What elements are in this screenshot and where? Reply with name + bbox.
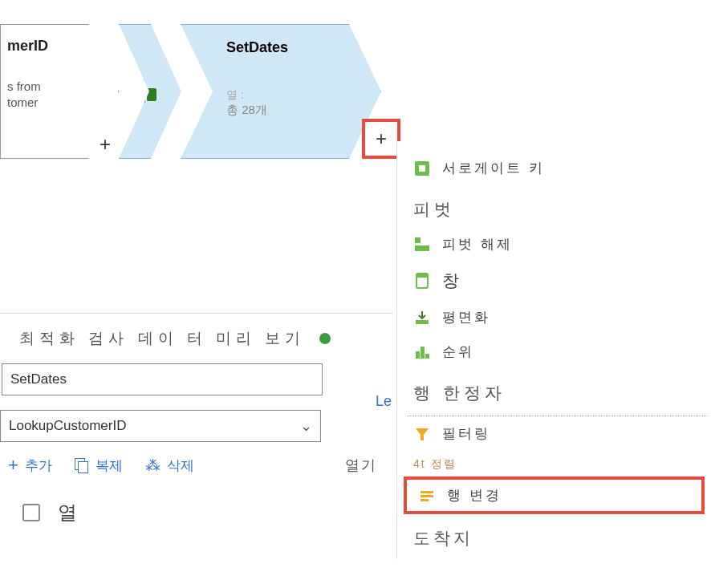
- menu-rank[interactable]: 순위: [407, 335, 708, 369]
- delete-icon: ⁂: [145, 456, 160, 475]
- add-step-button[interactable]: +: [362, 119, 400, 159]
- dropdown-value: LookupCustomerID: [9, 418, 126, 434]
- node-title: SetDates: [226, 39, 364, 56]
- column-header: 열: [58, 500, 80, 525]
- menu-unpivot[interactable]: 피벗 해제: [407, 227, 708, 262]
- svg-rect-10: [421, 491, 433, 493]
- copy-button[interactable]: 복제: [75, 456, 123, 475]
- menu-header-row-limiter: 행 한정자: [407, 369, 708, 416]
- menu-header-pivot: 피벗: [407, 185, 708, 227]
- sort-label: 4t 정렬: [407, 451, 708, 473]
- transform-icon: ↳: [132, 77, 160, 106]
- menu-surrogate-key[interactable]: 서로게이트 키: [407, 151, 708, 185]
- link-partial[interactable]: Le: [376, 393, 392, 410]
- menu-flatten[interactable]: 평면화: [407, 300, 708, 335]
- flatten-icon: [413, 309, 431, 326]
- add-branch-button[interactable]: +: [100, 133, 111, 303]
- transformation-menu: 서로게이트 키 피벗 피벗 해제 창 평면화 순위 행 한정자 필터링: [396, 141, 708, 559]
- node-subtitle: s from tomer: [4, 79, 110, 110]
- menu-header-destination: 도착지: [407, 517, 708, 559]
- svg-rect-2: [415, 237, 421, 243]
- menu-row-change[interactable]: 행 변경: [404, 476, 705, 514]
- svg-rect-1: [419, 165, 425, 172]
- svg-rect-9: [425, 354, 429, 359]
- panel-title: 최적화 검사 데이 터 미리 보기: [19, 328, 305, 349]
- menu-window[interactable]: 창: [407, 262, 708, 300]
- plus-icon: +: [8, 455, 18, 476]
- svg-rect-6: [416, 320, 429, 324]
- connector[interactable]: ↳: [119, 24, 183, 159]
- source-dropdown[interactable]: LookupCustomerID ⌄: [0, 410, 321, 442]
- window-icon: [413, 272, 431, 290]
- name-input[interactable]: [2, 363, 323, 395]
- row-change-icon: [418, 487, 436, 505]
- svg-rect-8: [421, 347, 425, 359]
- menu-filter[interactable]: 필터링: [407, 416, 708, 451]
- status-indicator-icon: [319, 333, 331, 344]
- svg-rect-3: [415, 245, 429, 251]
- column-label: 열 :: [226, 88, 364, 103]
- chevron-down-icon: ⌄: [300, 417, 312, 435]
- column-checkbox[interactable]: [22, 504, 40, 521]
- unpivot-icon: [413, 236, 431, 253]
- copy-icon: [75, 458, 89, 472]
- svg-rect-11: [421, 495, 433, 497]
- svg-rect-12: [421, 499, 429, 501]
- rank-icon: [413, 343, 431, 361]
- column-count: 총 28개: [226, 103, 364, 118]
- open-label: 열기: [345, 456, 377, 475]
- preview-panel: 최적화 검사 데이 터 미리 보기 LookupCustomerID ⌄ + 추…: [0, 313, 393, 537]
- svg-rect-5: [416, 274, 428, 278]
- surrogate-key-icon: [413, 160, 431, 177]
- node-title: merID: [4, 38, 110, 55]
- svg-rect-7: [416, 351, 420, 359]
- node-setdates[interactable]: SetDates 열 : 총 28개: [181, 24, 381, 159]
- delete-button[interactable]: ⁂ 삭제: [145, 456, 194, 475]
- add-button[interactable]: + 추가: [8, 455, 52, 476]
- filter-icon: [413, 425, 431, 443]
